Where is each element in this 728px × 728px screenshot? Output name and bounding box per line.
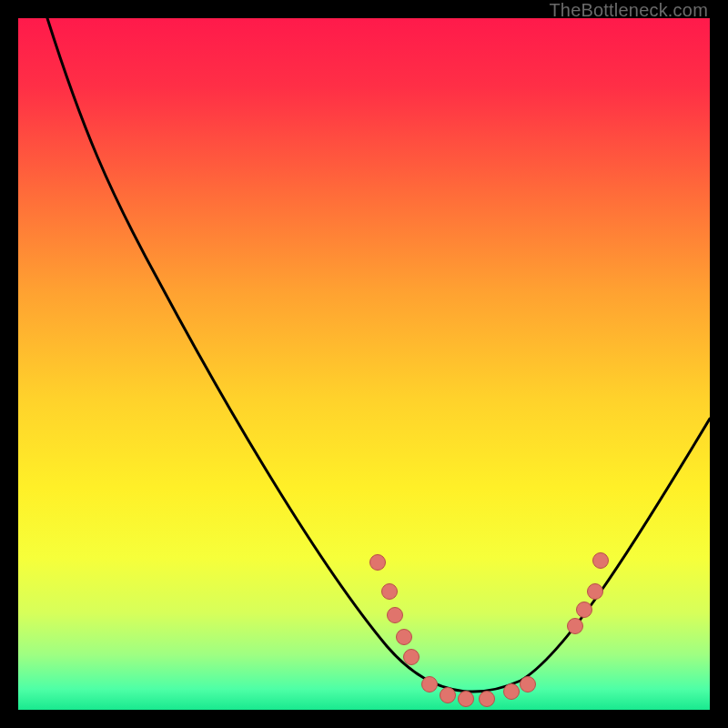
- data-point: [388, 608, 403, 623]
- data-point: [521, 677, 536, 693]
- gradient-background: [18, 18, 710, 710]
- data-point: [404, 650, 420, 665]
- data-point: [568, 619, 583, 634]
- data-point: [382, 584, 398, 600]
- data-point: [577, 602, 592, 618]
- data-point: [397, 630, 412, 645]
- data-point: [459, 692, 474, 707]
- data-point: [480, 692, 495, 707]
- data-point: [504, 684, 520, 700]
- chart-frame: [18, 18, 710, 710]
- data-point: [440, 688, 456, 703]
- data-point: [588, 584, 603, 600]
- data-point: [370, 555, 386, 571]
- data-point: [422, 677, 438, 693]
- data-point: [593, 553, 609, 569]
- chart-canvas: [18, 18, 710, 710]
